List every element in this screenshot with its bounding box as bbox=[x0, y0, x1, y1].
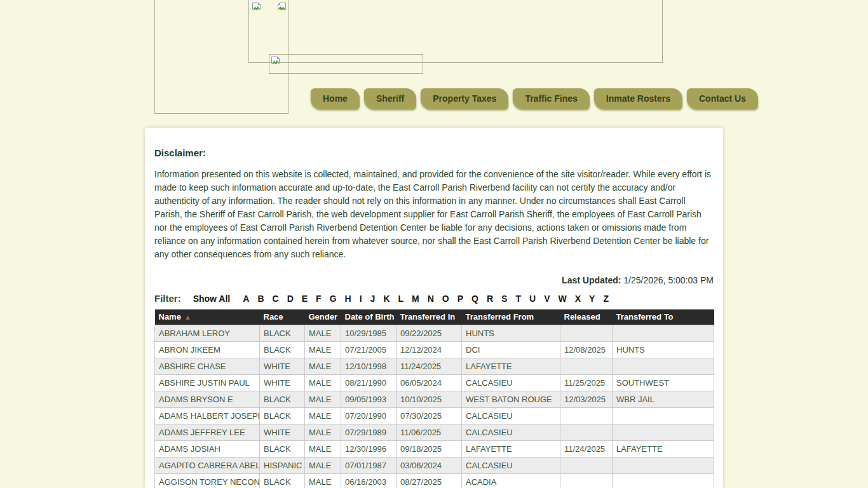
table-row: ADAMS HALBERT JOSEPHBLACKMALE07/20/19900… bbox=[155, 407, 714, 424]
table-row: AGGISON TOREY NECONBLACKMALE06/16/200308… bbox=[155, 473, 714, 488]
filter-letter-h[interactable]: H bbox=[345, 294, 351, 304]
column-header-released[interactable]: Released bbox=[560, 309, 613, 325]
filter-bar: Filter: Show All ABCDEFGHIJKLMNOPQRSTUVW… bbox=[154, 293, 714, 304]
cell-race: BLACK bbox=[260, 391, 305, 407]
table-header-row: Name▲RaceGenderDate of BirthTransferred … bbox=[155, 309, 714, 325]
filter-letter-n[interactable]: N bbox=[428, 294, 434, 304]
broken-image-icon bbox=[270, 56, 281, 67]
filter-letter-i[interactable]: I bbox=[360, 294, 362, 304]
empty-subbanner-frame bbox=[269, 54, 423, 74]
filter-letter-d[interactable]: D bbox=[287, 294, 294, 304]
cell-transferred-to bbox=[613, 358, 714, 374]
column-header-date-of-birth[interactable]: Date of Birth bbox=[341, 309, 397, 325]
cell-released bbox=[560, 473, 613, 488]
filter-letter-r[interactable]: R bbox=[487, 294, 493, 304]
cell-name: AGGISON TOREY NECON bbox=[155, 473, 260, 488]
broken-image-icon bbox=[251, 2, 262, 13]
filter-label: Filter: bbox=[154, 293, 181, 304]
cell-transferred-from: HUNTS bbox=[462, 325, 560, 341]
cell-name: ABSHIRE JUSTIN PAUL bbox=[155, 374, 260, 391]
cell-gender: MALE bbox=[305, 325, 341, 341]
cell-race: WHITE bbox=[260, 424, 305, 440]
filter-letter-g[interactable]: G bbox=[330, 294, 337, 304]
cell-transferred-to: WBR JAIL bbox=[613, 391, 714, 407]
cell-transferred-to: LAFAYETTE bbox=[613, 440, 714, 457]
filter-letter-u[interactable]: U bbox=[529, 294, 536, 304]
cell-race: BLACK bbox=[260, 407, 305, 424]
table-row: ABRAHAM LEROYBLACKMALE10/29/198509/22/20… bbox=[155, 325, 714, 341]
filter-letter-y[interactable]: Y bbox=[589, 294, 595, 304]
filter-letter-z[interactable]: Z bbox=[603, 294, 609, 304]
filter-show-all[interactable]: Show All bbox=[193, 294, 231, 304]
table-header: Name▲RaceGenderDate of BirthTransferred … bbox=[155, 309, 714, 325]
filter-letter-o[interactable]: O bbox=[442, 294, 449, 304]
cell-transferred-from: CALCASIEU bbox=[462, 424, 560, 440]
cell-transferred-from: CALCASIEU bbox=[462, 407, 560, 424]
filter-letter-t[interactable]: T bbox=[515, 294, 521, 304]
column-header-transferred-to[interactable]: Transferred To bbox=[613, 309, 714, 325]
nav-button-sheriff[interactable]: Sheriff bbox=[364, 88, 416, 109]
cell-released bbox=[560, 407, 613, 424]
cell-date-of-birth: 10/29/1985 bbox=[341, 325, 397, 341]
cell-released: 11/24/2025 bbox=[560, 440, 613, 457]
filter-letter-w[interactable]: W bbox=[558, 294, 566, 304]
nav-button-inmate-rosters[interactable]: Inmate Rosters bbox=[594, 88, 682, 109]
cell-name: ADAMS BRYSON E bbox=[155, 391, 260, 407]
cell-transferred-in: 03/06/2024 bbox=[397, 457, 462, 473]
table-row: ADAMS JEFFREY LEEWHITEMALE07/29/198911/0… bbox=[155, 424, 714, 440]
cell-date-of-birth: 12/30/1996 bbox=[341, 440, 397, 457]
filter-letter-s[interactable]: S bbox=[501, 294, 507, 304]
cell-date-of-birth: 07/21/2005 bbox=[341, 341, 397, 358]
cell-transferred-in: 11/06/2025 bbox=[397, 424, 462, 440]
cell-transferred-from: WEST BATON ROUGE bbox=[462, 391, 560, 407]
cell-transferred-to: HUNTS bbox=[613, 341, 714, 358]
cell-transferred-to bbox=[613, 473, 714, 488]
filter-letter-e[interactable]: E bbox=[302, 294, 308, 304]
cell-race: BLACK bbox=[260, 341, 305, 358]
cell-transferred-to: SOUTHWEST bbox=[613, 374, 714, 391]
column-header-gender[interactable]: Gender bbox=[305, 309, 341, 325]
nav-button-contact-us[interactable]: Contact Us bbox=[687, 88, 758, 109]
cell-transferred-from: ACADIA bbox=[462, 473, 560, 488]
cell-transferred-to bbox=[613, 325, 714, 341]
filter-letter-m[interactable]: M bbox=[412, 294, 419, 304]
column-header-transferred-in[interactable]: Transferred In bbox=[397, 309, 462, 325]
cell-date-of-birth: 09/05/1993 bbox=[341, 391, 397, 407]
inmate-roster-table: Name▲RaceGenderDate of BirthTransferred … bbox=[154, 309, 714, 488]
filter-letter-a[interactable]: A bbox=[243, 294, 249, 304]
cell-released bbox=[560, 424, 613, 440]
filter-letter-c[interactable]: C bbox=[273, 294, 279, 304]
cell-transferred-in: 12/12/2024 bbox=[397, 341, 462, 358]
cell-transferred-from: CALCASIEU bbox=[462, 374, 560, 391]
cell-name: ADAMS HALBERT JOSEPH bbox=[155, 407, 260, 424]
filter-letter-b[interactable]: B bbox=[257, 294, 264, 304]
table-row: AGAPITO CABRERA ABELHISPANICMALE07/01/19… bbox=[155, 457, 714, 473]
filter-letter-f[interactable]: F bbox=[316, 294, 322, 304]
disclaimer-text: Information presented on this website is… bbox=[154, 168, 714, 261]
filter-letter-v[interactable]: V bbox=[544, 294, 550, 304]
column-header-transferred-from[interactable]: Transferred From bbox=[462, 309, 560, 325]
filter-letter-l[interactable]: L bbox=[398, 294, 404, 304]
cell-race: HISPANIC bbox=[260, 457, 305, 473]
table-row: ABSHIRE JUSTIN PAULWHITEMALE08/21/199006… bbox=[155, 374, 714, 391]
column-header-name[interactable]: Name▲ bbox=[155, 309, 260, 325]
nav-button-property-taxes[interactable]: Property Taxes bbox=[421, 88, 508, 109]
cell-released: 12/03/2025 bbox=[560, 391, 613, 407]
cell-name: AGAPITO CABRERA ABEL bbox=[155, 457, 260, 473]
filter-letter-q[interactable]: Q bbox=[471, 294, 478, 304]
filter-letter-k[interactable]: K bbox=[383, 294, 390, 304]
cell-transferred-to bbox=[613, 457, 714, 473]
cell-transferred-to bbox=[613, 407, 714, 424]
column-header-race[interactable]: Race bbox=[260, 309, 305, 325]
cell-transferred-in: 09/18/2025 bbox=[397, 440, 462, 457]
sort-ascending-icon: ▲ bbox=[184, 313, 191, 321]
cell-transferred-from: CALCASIEU bbox=[462, 457, 560, 473]
content-panel: Disclaimer: Information presented on thi… bbox=[145, 128, 723, 488]
cell-gender: MALE bbox=[305, 457, 341, 473]
cell-name: ABRON JIKEEM bbox=[155, 341, 260, 358]
filter-letter-j[interactable]: J bbox=[370, 294, 376, 304]
nav-button-traffic-fines[interactable]: Traffic Fines bbox=[513, 88, 589, 109]
filter-letter-p[interactable]: P bbox=[458, 294, 463, 304]
nav-button-home[interactable]: Home bbox=[311, 88, 360, 109]
filter-letter-x[interactable]: X bbox=[575, 294, 581, 304]
